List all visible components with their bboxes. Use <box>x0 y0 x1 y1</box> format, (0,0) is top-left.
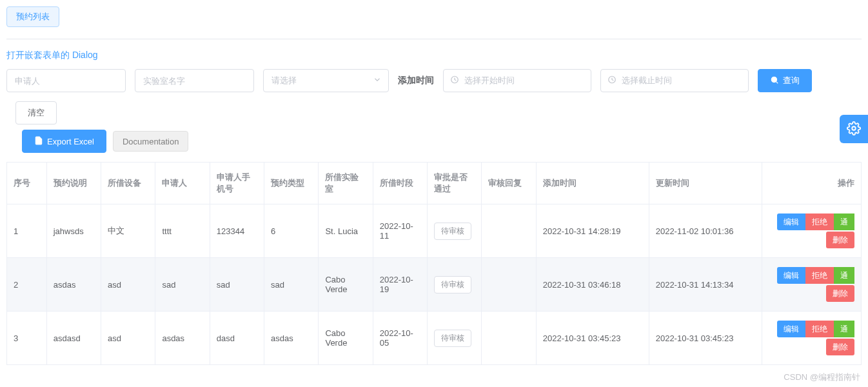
delete-button[interactable]: 删除 <box>826 232 854 248</box>
table-cell: asd <box>101 258 155 312</box>
search-icon <box>770 75 779 86</box>
start-time-placeholder: 选择开始时间 <box>464 75 515 86</box>
table-cell: asdas <box>46 258 101 312</box>
search-button-label: 查询 <box>783 75 800 86</box>
th-reply: 审核回复 <box>482 163 536 204</box>
select-placeholder: 请选择 <box>271 75 297 86</box>
gear-icon <box>847 121 861 137</box>
th-type: 预约类型 <box>264 163 319 204</box>
applicant-input[interactable] <box>6 69 126 92</box>
table-cell: 待审核 <box>428 312 482 365</box>
svg-point-2 <box>771 77 776 82</box>
table-cell: 2022-10-31 14:28:19 <box>536 204 649 258</box>
th-desc: 预约说明 <box>46 163 101 204</box>
table-row: 1jahwsds中文tttt1233446St. Lucia2022-10-11… <box>7 204 862 258</box>
table-cell: 编辑拒绝通删除 <box>762 204 861 258</box>
table-cell: 2022-11-02 10:01:36 <box>649 204 762 258</box>
table-cell: 2022-10-31 03:45:23 <box>649 312 762 365</box>
table-cell: 中文 <box>101 204 155 258</box>
table-cell: 6 <box>264 204 319 258</box>
edit-button[interactable]: 编辑 <box>777 321 805 337</box>
table-cell: Cabo Verde <box>319 258 373 312</box>
table-cell <box>482 312 536 365</box>
clear-button[interactable]: 清空 <box>15 101 57 124</box>
delete-button[interactable]: 删除 <box>826 285 854 302</box>
approve-button[interactable]: 通 <box>834 321 854 337</box>
delete-button[interactable]: 删除 <box>826 339 854 355</box>
end-time-picker[interactable]: 选择截止时间 <box>600 69 749 92</box>
approve-button[interactable]: 通 <box>834 213 854 230</box>
clock-icon <box>450 75 459 86</box>
table-cell: 2022-10-11 <box>373 204 427 258</box>
addtime-label: 添加时间 <box>398 75 434 86</box>
th-period: 所借时段 <box>373 163 427 204</box>
status-badge: 待审核 <box>434 276 471 293</box>
table-cell <box>482 258 536 312</box>
edit-button[interactable]: 编辑 <box>777 267 805 284</box>
export-excel-button[interactable]: Export Excel <box>22 130 106 153</box>
table-cell: 2022-10-31 03:46:18 <box>536 258 649 312</box>
table-cell: asdasd <box>46 312 101 365</box>
start-time-picker[interactable]: 选择开始时间 <box>443 69 591 92</box>
end-time-placeholder: 选择截止时间 <box>622 75 672 86</box>
clock-icon <box>607 75 616 86</box>
action-buttons: 编辑拒绝通删除 <box>769 321 854 355</box>
chevron-down-icon <box>373 75 382 86</box>
th-created: 添加时间 <box>536 163 649 204</box>
table-cell: sad <box>264 258 319 312</box>
table-row: 3asdasdasdasdasdasdasdasCabo Verde2022-1… <box>7 312 862 365</box>
table-cell: 2022-10-19 <box>373 258 427 312</box>
table-cell: 待审核 <box>428 204 482 258</box>
tab-reservation-list[interactable]: 预约列表 <box>6 6 59 27</box>
table-cell: sad <box>210 258 264 312</box>
open-nested-dialog-link[interactable]: 打开嵌套表单的 Dialog <box>6 50 98 61</box>
documentation-button[interactable]: Documentation <box>113 131 188 152</box>
th-device: 所借设备 <box>101 163 155 204</box>
table-cell: 2022-10-31 14:13:34 <box>649 258 762 312</box>
table-cell: tttt <box>155 204 210 258</box>
svg-point-6 <box>852 126 856 130</box>
table-cell: dasd <box>210 312 264 365</box>
table-cell: 2 <box>7 258 47 312</box>
th-approval: 审批是否通过 <box>428 163 482 204</box>
th-applicant: 申请人 <box>155 163 210 204</box>
table-cell: St. Lucia <box>319 204 373 258</box>
export-excel-label: Export Excel <box>47 137 94 146</box>
status-badge: 待审核 <box>434 330 471 347</box>
th-seq: 序号 <box>7 163 47 204</box>
table-cell: Cabo Verde <box>319 312 373 365</box>
settings-float-button[interactable] <box>840 115 868 143</box>
table-cell: asdas <box>264 312 319 365</box>
table-cell: 2022-10-31 03:45:23 <box>536 312 649 365</box>
action-buttons: 编辑拒绝通删除 <box>769 267 854 302</box>
reject-button[interactable]: 拒绝 <box>805 321 834 337</box>
status-badge: 待审核 <box>434 223 471 240</box>
table-cell: 编辑拒绝通删除 <box>762 258 861 312</box>
svg-line-3 <box>776 81 778 83</box>
table-cell: asdas <box>155 312 210 365</box>
type-select[interactable]: 请选择 <box>263 69 389 92</box>
reject-button[interactable]: 拒绝 <box>805 267 834 284</box>
reject-button[interactable]: 拒绝 <box>805 213 834 230</box>
table-cell: jahwsds <box>46 204 101 258</box>
table-cell: asd <box>101 312 155 365</box>
th-actions: 操作 <box>762 163 861 204</box>
reservation-table: 序号 预约说明 所借设备 申请人 申请人手机号 预约类型 所借实验室 所借时段 … <box>6 162 862 365</box>
table-cell: 123344 <box>210 204 264 258</box>
table-cell: 1 <box>7 204 47 258</box>
table-cell <box>482 204 536 258</box>
search-button[interactable]: 查询 <box>758 69 812 92</box>
document-icon <box>34 136 43 147</box>
labname-input[interactable] <box>135 69 254 92</box>
table-cell: 2022-10-05 <box>373 312 427 365</box>
table-cell: sad <box>155 258 210 312</box>
th-lab: 所借实验室 <box>319 163 373 204</box>
filter-bar: 请选择 添加时间 选择开始时间 选择截止时间 查询 <box>6 69 862 92</box>
edit-button[interactable]: 编辑 <box>777 213 805 230</box>
approve-button[interactable]: 通 <box>834 267 854 284</box>
table-cell: 3 <box>7 312 47 365</box>
table-cell: 待审核 <box>428 258 482 312</box>
table-cell: 编辑拒绝通删除 <box>762 312 861 365</box>
th-updated: 更新时间 <box>649 163 762 204</box>
table-header-row: 序号 预约说明 所借设备 申请人 申请人手机号 预约类型 所借实验室 所借时段 … <box>7 163 862 204</box>
